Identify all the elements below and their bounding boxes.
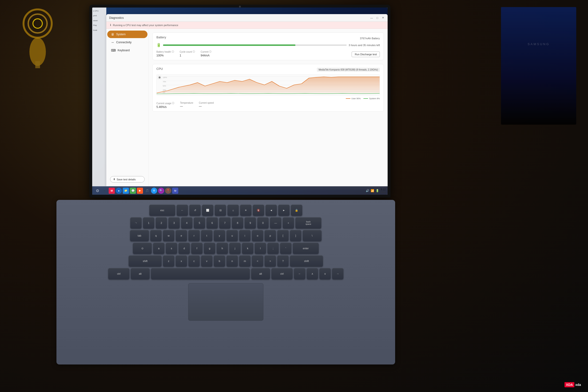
- key-period[interactable]: >: [264, 256, 276, 267]
- key-q[interactable]: q: [150, 230, 162, 241]
- key-r[interactable]: r: [188, 230, 200, 241]
- key-t[interactable]: t: [201, 230, 212, 241]
- date-time-display[interactable]: 9:12 Oct 8: [380, 188, 386, 193]
- run-discharge-test-button[interactable]: Run Discharge test: [352, 52, 380, 57]
- key-v[interactable]: v: [201, 256, 212, 267]
- key-y[interactable]: y: [214, 230, 225, 241]
- key-search[interactable]: ⊙: [133, 243, 152, 254]
- save-test-button[interactable]: ⬇ Save test details: [110, 176, 145, 182]
- wifi-icon[interactable]: 📶: [371, 189, 374, 192]
- minimize-button[interactable]: —: [370, 16, 374, 20]
- key-e[interactable]: e: [176, 230, 187, 241]
- key-lock[interactable]: 🔒: [291, 204, 302, 216]
- key-backspace[interactable]: backspace: [296, 217, 321, 228]
- health-info-icon[interactable]: ⓘ: [172, 50, 174, 54]
- key-alt-left[interactable]: alt: [131, 268, 150, 279]
- key-backtick[interactable]: `~: [130, 217, 142, 228]
- key-i[interactable]: i: [239, 230, 250, 241]
- key-minus[interactable]: —: [270, 217, 281, 228]
- key-quote[interactable]: ': [280, 243, 292, 254]
- key-rbracket[interactable]: ]: [290, 230, 301, 241]
- files-icon[interactable]: 📁: [123, 188, 129, 194]
- key-1[interactable]: 1: [143, 217, 154, 228]
- key-shift-left[interactable]: shift: [129, 256, 162, 267]
- key-comma[interactable]: <: [252, 256, 263, 267]
- chrome-icon[interactable]: ●: [116, 188, 122, 194]
- key-6[interactable]: 6: [206, 217, 218, 228]
- key-0[interactable]: 0: [257, 217, 268, 228]
- key-k[interactable]: k: [242, 243, 253, 254]
- key-u[interactable]: u: [226, 230, 238, 241]
- key-3[interactable]: 3: [168, 217, 180, 228]
- key-h[interactable]: h: [216, 243, 228, 254]
- search-icon[interactable]: 🔍: [158, 188, 164, 194]
- key-shift-right[interactable]: shift: [290, 256, 323, 267]
- key-j[interactable]: j: [229, 243, 240, 254]
- key-enter[interactable]: enter: [293, 243, 319, 254]
- key-s[interactable]: s: [166, 243, 177, 254]
- current-info-icon[interactable]: ⓘ: [209, 50, 212, 54]
- key-n[interactable]: n: [226, 256, 238, 267]
- usage-info-icon[interactable]: ⓘ: [172, 102, 174, 105]
- key-mute[interactable]: 🔇: [253, 204, 264, 216]
- key-tab[interactable]: tab: [130, 230, 149, 241]
- key-x[interactable]: x: [176, 256, 187, 267]
- key-g[interactable]: g: [204, 243, 215, 254]
- key-bright-down[interactable]: ☼: [228, 204, 239, 216]
- key-c[interactable]: c: [188, 256, 200, 267]
- spotify-icon[interactable]: 🎵: [144, 188, 150, 194]
- key-arrow-up[interactable]: ∧: [307, 268, 318, 279]
- key-o[interactable]: o: [252, 230, 263, 241]
- key-vol-up[interactable]: ►: [278, 204, 290, 216]
- gmail-icon[interactable]: M: [109, 188, 115, 194]
- key-lbracket[interactable]: [: [277, 230, 288, 241]
- key-slash[interactable]: ?: [277, 256, 288, 267]
- key-z[interactable]: z: [163, 256, 174, 267]
- key-a[interactable]: a: [153, 243, 164, 254]
- settings-icon[interactable]: ⚙: [151, 188, 157, 194]
- key-7[interactable]: 7: [219, 217, 230, 228]
- key-back[interactable]: ←: [177, 204, 188, 216]
- key-overview[interactable]: ⊟: [215, 204, 226, 216]
- key-9[interactable]: 9: [244, 217, 256, 228]
- key-backslash[interactable]: \: [303, 230, 322, 241]
- key-bright-up[interactable]: ☀: [240, 204, 252, 216]
- key-p[interactable]: p: [264, 230, 276, 241]
- sidebar-item-connectivity[interactable]: ↔ Connectivity: [107, 38, 148, 46]
- key-space[interactable]: [151, 268, 250, 279]
- key-arrow-left[interactable]: ←: [294, 268, 305, 279]
- key-refresh[interactable]: ↺: [189, 204, 201, 216]
- key-d[interactable]: d: [178, 243, 190, 254]
- key-arrow-down[interactable]: ∨: [320, 268, 331, 279]
- sidebar-item-system[interactable]: 🖥 System: [107, 30, 148, 38]
- youtube-icon[interactable]: ▶: [137, 188, 143, 194]
- messages-icon[interactable]: 💬: [130, 188, 136, 194]
- key-esc[interactable]: esc: [149, 204, 175, 216]
- touchpad[interactable]: [188, 283, 264, 321]
- key-8[interactable]: 8: [232, 217, 243, 228]
- key-b[interactable]: b: [214, 256, 225, 267]
- key-2[interactable]: 2: [156, 217, 167, 228]
- meet-icon[interactable]: M: [172, 188, 178, 194]
- key-5[interactable]: 5: [194, 217, 205, 228]
- cycle-info-icon[interactable]: ⓘ: [193, 50, 195, 54]
- maps-icon[interactable]: 📍: [165, 188, 171, 194]
- key-plus[interactable]: +: [283, 217, 294, 228]
- close-button[interactable]: ✕: [381, 16, 385, 20]
- volume-icon[interactable]: 🔊: [366, 189, 369, 192]
- key-ctrl-right[interactable]: ctrl: [272, 268, 292, 279]
- key-alt-right[interactable]: alt: [251, 268, 270, 279]
- key-arrow-right[interactable]: →: [332, 268, 344, 279]
- key-4[interactable]: 4: [181, 217, 192, 228]
- key-vol-down[interactable]: ◄: [266, 204, 277, 216]
- key-semicolon[interactable]: ;: [268, 243, 279, 254]
- battery-status-icon[interactable]: 🔋: [376, 189, 379, 192]
- key-fullscreen[interactable]: ⬜: [202, 204, 213, 216]
- back-button[interactable]: ←: [102, 188, 108, 194]
- launcher-button[interactable]: ⊙: [94, 188, 101, 194]
- key-f[interactable]: f: [191, 243, 202, 254]
- maximize-button[interactable]: □: [376, 16, 379, 20]
- sidebar-item-keyboard[interactable]: ⌨ Keyboard: [107, 46, 148, 54]
- key-m[interactable]: m: [239, 256, 250, 267]
- key-ctrl-left[interactable]: ctrl: [108, 268, 129, 279]
